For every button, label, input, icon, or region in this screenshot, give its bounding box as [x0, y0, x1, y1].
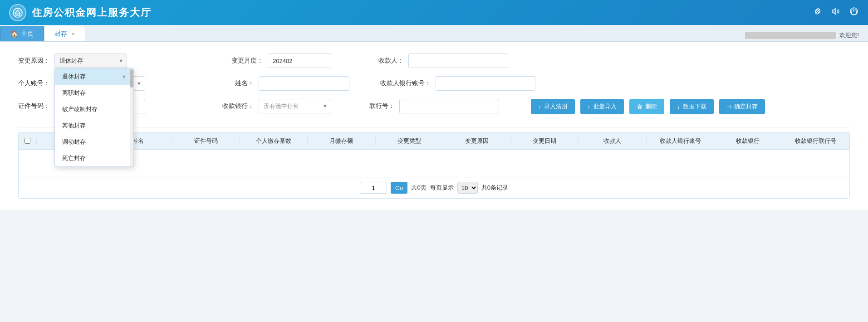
header-right	[813, 6, 859, 19]
change-month-input[interactable]	[268, 54, 331, 68]
col-change-reason: 变更原因	[443, 137, 511, 145]
delete-icon: 🗑	[637, 103, 642, 110]
name-group: 姓名：	[222, 76, 349, 91]
table-header: 个人账号 姓名 证件号码 个人缴存基数 月缴存额 变更类型 变更原因 变更日期 …	[19, 132, 849, 150]
section-divider	[18, 127, 850, 127]
form-row-1: 变更原因： ▼ 退休封存 ∧ 离职封存 破产改制封存	[18, 54, 850, 68]
confirm-icon: ⊣	[726, 103, 731, 110]
payee-input[interactable]	[408, 54, 508, 68]
app-logo	[9, 4, 26, 21]
change-reason-select-wrapper: ▼ 退休封存 ∧ 离职封存 破产改制封存 其他封存	[54, 54, 127, 68]
dropdown-item-4[interactable]: 调动封存	[55, 134, 133, 150]
select-all-checkbox[interactable]	[25, 138, 30, 144]
change-reason-label: 变更原因：	[18, 57, 50, 65]
user-info	[745, 32, 836, 39]
delete-button[interactable]: 🗑 删除	[629, 99, 664, 114]
power-icon[interactable]	[849, 6, 859, 19]
col-payee-account: 收款人银行账号	[647, 137, 714, 145]
form-row-3: 证件号码： 收款银行： ▼ 联行号： ↑ 录入清册 ↑ 批量导入	[18, 99, 850, 119]
change-reason-group: 变更原因： ▼ 退休封存 ∧ 离职封存 破产改制封存	[18, 54, 127, 68]
col-change-date: 变更日期	[511, 137, 579, 145]
tab-home[interactable]: 🏠 主页	[0, 26, 44, 41]
dropdown-scrollbar-thumb[interactable]	[130, 69, 133, 88]
enter-clear-button[interactable]: ↑ 录入清册	[531, 99, 575, 114]
download-icon: ↓	[677, 103, 680, 110]
page-number-input[interactable]	[360, 182, 387, 194]
name-input[interactable]	[259, 76, 349, 91]
payee-bank-input[interactable]	[259, 99, 331, 113]
bank-code-label: 联行号：	[363, 102, 395, 110]
bank-code-group: 联行号：	[363, 99, 499, 113]
svg-point-0	[13, 8, 22, 17]
per-page-select[interactable]: 10 20 50	[457, 182, 478, 194]
id-label: 证件号码：	[18, 102, 50, 110]
app-title: 住房公积金网上服务大厅	[32, 6, 152, 20]
change-reason-input[interactable]	[54, 54, 127, 68]
dropdown-item-0[interactable]: 退休封存 ∧	[55, 68, 133, 85]
volume-icon[interactable]	[831, 6, 841, 19]
dropdown-item-5[interactable]: 死亡封存	[55, 150, 133, 166]
table-body	[19, 150, 849, 177]
payee-bank-account-input[interactable]	[436, 76, 535, 91]
home-icon: 🏠	[10, 30, 18, 38]
total-pages-text: 共0页	[411, 184, 426, 192]
payee-bank-group: 收款银行： ▼	[222, 99, 331, 113]
change-month-group: 变更月度：	[231, 54, 331, 68]
total-records-text: 共0条记录	[481, 184, 508, 192]
change-reason-dropdown: 退休封存 ∧ 离职封存 破产改制封存 其他封存 调动封存	[54, 68, 134, 167]
welcome-text: 欢迎您!	[839, 31, 859, 39]
confirm-seal-button[interactable]: ⊣ 确定封存	[719, 99, 765, 114]
main-content: 变更原因： ▼ 退休封存 ∧ 离职封存 破产改制封存	[0, 42, 868, 210]
data-table: 个人账号 姓名 证件号码 个人缴存基数 月缴存额 变更类型 变更原因 变更日期 …	[18, 132, 850, 199]
action-buttons: ↑ 录入清册 ↑ 批量导入 🗑 删除 ↓ 数据下载 ⊣ 确定封存	[531, 99, 765, 114]
tab-home-label: 主页	[21, 30, 34, 38]
account-label: 个人账号：	[18, 79, 50, 88]
change-month-label: 变更月度：	[231, 57, 263, 65]
col-base: 个人缴存基数	[240, 137, 308, 145]
dropdown-item-1[interactable]: 离职封存	[55, 85, 133, 101]
tab-close-button[interactable]: ×	[72, 31, 75, 37]
batch-import-button[interactable]: ↑ 批量导入	[580, 99, 624, 114]
col-change-type: 变更类型	[376, 137, 443, 145]
tab-bar: 🏠 主页 封存 × 欢迎您!	[0, 25, 868, 42]
payee-label: 收款人：	[372, 57, 404, 65]
tab-active-label: 封存	[54, 30, 67, 38]
header: 住房公积金网上服务大厅	[0, 0, 868, 25]
form-row-2: 个人账号： ▼ 姓名： 收款人银行账号：	[18, 76, 850, 91]
payee-bank-select-wrapper: ▼	[259, 99, 331, 113]
col-id: 证件号码	[172, 137, 240, 145]
download-button[interactable]: ↓ 数据下载	[670, 99, 714, 114]
table-checkbox-header	[19, 138, 37, 144]
import-icon: ↑	[588, 103, 591, 110]
tab-bar-right: 欢迎您!	[745, 31, 868, 41]
header-left: 住房公积金网上服务大厅	[9, 4, 152, 21]
enter-icon: ↑	[538, 103, 541, 110]
payee-group: 收款人：	[372, 54, 508, 68]
col-bank: 收款银行	[714, 137, 782, 145]
col-payee: 收款人	[579, 137, 647, 145]
payee-bank-label: 收款银行：	[222, 102, 254, 110]
per-page-text: 每页显示	[430, 184, 454, 192]
col-monthly: 月缴存额	[308, 137, 375, 145]
chevron-up-icon: ∧	[122, 73, 126, 80]
link-icon[interactable]	[813, 6, 823, 19]
payee-bank-account-group: 收款人银行账号：	[377, 76, 535, 91]
table-footer: Go 共0页 每页显示 10 20 50 共0条记录	[19, 177, 849, 198]
col-bank-code: 收款银行联行号	[782, 137, 849, 145]
bank-code-input[interactable]	[399, 99, 499, 113]
tab-active[interactable]: 封存 ×	[44, 26, 85, 41]
dropdown-item-3[interactable]: 其他封存	[55, 117, 133, 134]
go-button[interactable]: Go	[391, 182, 407, 194]
payee-bank-account-label: 收款人银行账号：	[377, 79, 431, 88]
dropdown-scrollbar	[130, 68, 133, 166]
name-label: 姓名：	[222, 79, 254, 88]
dropdown-item-2[interactable]: 破产改制封存	[55, 101, 133, 117]
svg-rect-1	[16, 13, 20, 15]
